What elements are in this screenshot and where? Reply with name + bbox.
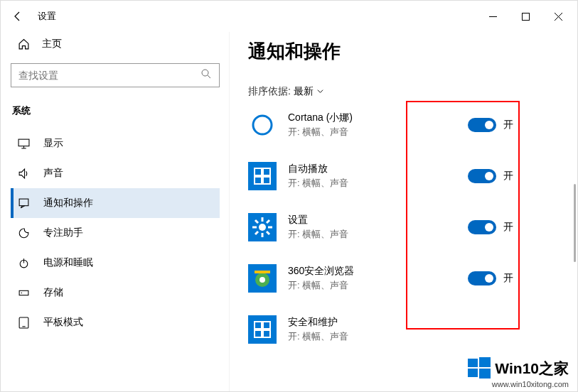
app-sub: 开: 横幅、声音 [288, 126, 468, 138]
maximize-button[interactable] [509, 5, 542, 28]
app-row[interactable]: 自动播放 开: 横幅、声音 开 [248, 162, 577, 190]
nav-label: 平板模式 [43, 316, 83, 329]
sort-control[interactable]: 排序依据: 最新 [248, 85, 577, 98]
storage-icon [16, 287, 31, 299]
toggle-label: 开 [503, 170, 513, 183]
settings-icon [248, 213, 277, 241]
svg-rect-42 [479, 357, 491, 367]
page-heading: 通知和操作 [248, 39, 577, 64]
nav-item-sound[interactable]: 声音 [11, 158, 220, 188]
svg-point-13 [21, 292, 21, 293]
back-button[interactable] [4, 2, 32, 31]
browser-360-icon [248, 264, 277, 293]
app-row[interactable]: 360安全浏览器 开: 横幅、声音 开 [248, 264, 577, 293]
watermark-brand: Win10之家 [495, 359, 569, 379]
svg-point-23 [259, 224, 266, 231]
app-name: 360安全浏览器 [288, 265, 468, 278]
home-icon [16, 38, 31, 50]
app-name: Cortana (小娜) [288, 111, 468, 124]
nav-item-display[interactable]: 显示 [11, 129, 220, 158]
notifications-icon [16, 197, 31, 209]
svg-rect-41 [468, 359, 478, 367]
sound-icon [16, 168, 31, 180]
sort-label: 排序依据: [248, 85, 291, 98]
nav-item-storage[interactable]: 存储 [11, 278, 220, 307]
main-content: 通知和操作 排序依据: 最新 Cortana (小娜) 开: 横幅、声音 开 [230, 32, 577, 391]
sort-value: 最新 [294, 85, 314, 98]
home-label: 主页 [42, 38, 62, 50]
watermark: Win10之家 www.win10xitong.com [468, 357, 569, 388]
window-title: 设置 [38, 10, 56, 23]
app-row[interactable]: 设置 开: 横幅、声音 开 [248, 213, 577, 241]
tablet-icon [16, 317, 31, 329]
security-icon [248, 315, 277, 344]
minimize-button[interactable] [476, 5, 509, 28]
nav-item-focus[interactable]: 专注助手 [11, 218, 220, 248]
power-icon [16, 257, 31, 269]
app-sub: 开: 横幅、声音 [288, 279, 468, 292]
svg-rect-1 [522, 13, 529, 20]
focus-icon [16, 227, 31, 239]
nav-item-notifications[interactable]: 通知和操作 [11, 188, 220, 218]
watermark-url: www.win10xitong.com [468, 380, 569, 388]
svg-rect-9 [19, 199, 28, 206]
toggle-switch[interactable] [468, 118, 496, 132]
app-sub: 开: 横幅、声音 [288, 177, 468, 190]
nav-label: 显示 [43, 137, 63, 150]
toggle-switch[interactable] [468, 169, 496, 183]
svg-point-34 [259, 277, 265, 283]
app-row[interactable]: 安全和维护 开: 横幅、声音 [248, 315, 577, 344]
svg-rect-44 [479, 369, 491, 379]
nav-label: 通知和操作 [43, 197, 93, 209]
nav-label: 存储 [43, 286, 63, 299]
toggle-label: 开 [503, 119, 513, 131]
search-icon [200, 68, 212, 82]
nav-item-power[interactable]: 电源和睡眠 [11, 248, 220, 278]
sidebar: 主页 系统 显示 声音 通知和操作 专注助手 电源和 [1, 32, 230, 391]
nav-item-tablet[interactable]: 平板模式 [11, 307, 220, 337]
toggle-switch[interactable] [468, 220, 496, 234]
svg-rect-6 [18, 139, 29, 146]
autoplay-icon [248, 162, 277, 190]
app-name: 设置 [288, 214, 468, 227]
svg-rect-35 [255, 271, 270, 273]
toggle-label: 开 [503, 272, 513, 285]
display-icon [16, 138, 31, 150]
cortana-icon [248, 111, 277, 139]
app-sub: 开: 横幅、声音 [288, 228, 468, 241]
app-notifications-list: Cortana (小娜) 开: 横幅、声音 开 自动播放 开: 横幅、声音 [248, 111, 577, 344]
windows-logo-icon [468, 357, 491, 380]
search-input-container[interactable] [11, 63, 220, 87]
nav-label: 声音 [43, 167, 63, 180]
toggle-switch[interactable] [468, 271, 496, 285]
app-sub: 开: 横幅、声音 [288, 330, 577, 343]
scrollbar[interactable] [574, 184, 576, 262]
close-button[interactable] [542, 5, 574, 28]
svg-rect-12 [19, 290, 28, 295]
nav-label: 专注助手 [43, 227, 83, 239]
app-row[interactable]: Cortana (小娜) 开: 横幅、声音 开 [248, 111, 577, 139]
home-link[interactable]: 主页 [11, 32, 220, 56]
nav-label: 电源和睡眠 [43, 256, 93, 269]
search-input[interactable] [18, 70, 200, 81]
sidebar-category: 系统 [11, 102, 220, 129]
svg-point-4 [202, 70, 208, 76]
svg-rect-43 [468, 369, 478, 377]
app-name: 自动播放 [288, 163, 468, 175]
app-name: 安全和维护 [288, 316, 577, 329]
chevron-down-icon [316, 86, 324, 97]
toggle-label: 开 [503, 221, 513, 234]
svg-point-16 [253, 116, 272, 134]
svg-line-5 [208, 75, 210, 78]
